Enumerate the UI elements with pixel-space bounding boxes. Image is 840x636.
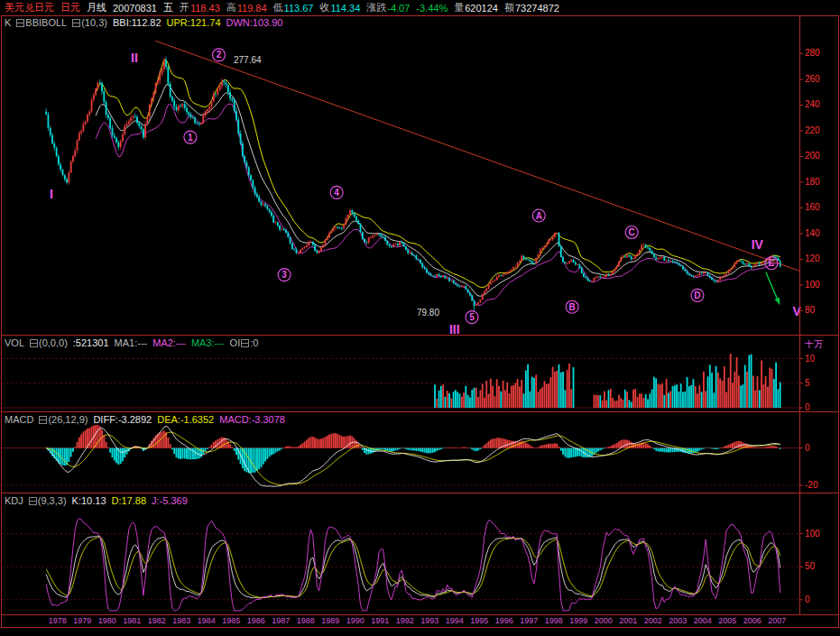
svg-text:100: 100 [805, 280, 820, 290]
svg-text:2: 2 [217, 50, 222, 60]
svg-text:1992: 1992 [396, 616, 414, 625]
svg-text:1999: 1999 [569, 616, 587, 625]
svg-text:1979: 1979 [73, 616, 91, 625]
k-chart-label: K [5, 17, 11, 28]
change-pct-value: -3.44% [416, 3, 448, 14]
svg-text:3: 3 [282, 270, 287, 280]
svg-text:200: 200 [805, 151, 820, 161]
indicator-params: (10,3) [81, 17, 107, 28]
macd-dropdown-icon[interactable] [39, 416, 47, 424]
main-indicator-bar: K BBIBOLL (10,3) BBI:112.82 UPR:121.74 D… [5, 17, 283, 28]
period-label[interactable]: 月线 [87, 1, 106, 14]
svg-text:2002: 2002 [644, 616, 662, 625]
svg-text:1997: 1997 [520, 616, 538, 625]
svg-text:1987: 1987 [272, 616, 290, 625]
volume-chart-layer[interactable] [434, 354, 781, 408]
svg-text:II: II [131, 51, 138, 65]
svg-text:120: 120 [805, 253, 820, 263]
open-label: 开 [180, 1, 189, 14]
svg-text:1995: 1995 [470, 616, 488, 625]
kdj-indicator-bar: KDJ (9,3,3) K:10.13 D:17.88 J:-5.369 [5, 495, 188, 506]
svg-text:2006: 2006 [743, 616, 762, 625]
gridlines [2, 359, 799, 600]
close-label: 收 [319, 1, 329, 14]
svg-text:1978: 1978 [49, 616, 67, 625]
svg-text:1985: 1985 [222, 616, 240, 625]
svg-text:0: 0 [805, 402, 810, 412]
vol-ma1: MA1:--- [115, 337, 148, 348]
svg-text:5: 5 [805, 378, 810, 388]
diff-readout: DIFF:-3.2892 [93, 414, 152, 425]
symbol-name: 美元兑日元 [5, 1, 54, 14]
svg-text:79.80: 79.80 [417, 308, 439, 318]
vol-name[interactable]: VOL [5, 337, 24, 348]
svg-text:240: 240 [805, 99, 820, 109]
svg-text:1: 1 [188, 133, 193, 143]
indicator-params-dropdown-icon[interactable] [72, 19, 80, 27]
svg-text:100: 100 [805, 529, 820, 539]
volume-unit-label: 十万 [805, 338, 823, 351]
symbol-currency: 日元 [60, 1, 80, 14]
chart-canvas[interactable]: III12277.643479.80III5ABCDIVEV2802602402… [0, 0, 840, 636]
quote-header: 美元兑日元 日元 月线 20070831 五 开118.43 高119.84 低… [0, 0, 840, 15]
svg-text:1986: 1986 [247, 616, 265, 625]
svg-text:A: A [536, 211, 542, 221]
svg-text:10: 10 [805, 354, 816, 364]
k-readout: K:10.13 [72, 495, 106, 506]
wave-annotations: III12277.643479.80III5ABCDIVEV [50, 41, 802, 336]
open-value: 118.43 [190, 3, 220, 14]
app-window: 美元兑日元 日元 月线 20070831 五 开118.43 高119.84 低… [0, 0, 840, 636]
svg-text:220: 220 [805, 125, 820, 135]
svg-text:2005: 2005 [718, 616, 736, 625]
svg-text:277.64: 277.64 [234, 55, 262, 65]
macd-chart-layer[interactable] [45, 425, 780, 486]
svg-text:1994: 1994 [446, 616, 464, 625]
svg-text:1983: 1983 [172, 616, 190, 625]
quote-weekday: 五 [163, 1, 173, 14]
svg-text:IV: IV [752, 237, 764, 252]
macd-name[interactable]: MACD [5, 414, 33, 425]
macd-params: (26,12,9) [48, 414, 88, 425]
svg-text:III: III [449, 322, 460, 336]
panel-borders [2, 16, 839, 628]
vol-dropdown-icon[interactable] [30, 339, 38, 347]
kdj-chart-layer[interactable] [46, 519, 780, 611]
svg-text:2000: 2000 [595, 616, 613, 625]
oi-dropdown-icon[interactable] [241, 339, 249, 347]
oi-value: :0 [250, 337, 258, 348]
price-chart-layer[interactable] [45, 57, 780, 311]
svg-text:2003: 2003 [669, 616, 687, 625]
d-readout: D:17.88 [112, 495, 147, 506]
svg-text:2007: 2007 [768, 616, 786, 625]
oi-label: OI [230, 337, 241, 348]
high-label: 高 [226, 1, 236, 14]
svg-text:5: 5 [469, 312, 475, 322]
kdj-dropdown-icon[interactable] [29, 497, 37, 505]
indicator-dropdown-icon[interactable] [16, 19, 24, 27]
svg-text:-20: -20 [805, 480, 818, 490]
svg-text:1993: 1993 [420, 616, 438, 625]
svg-text:B: B [568, 302, 575, 312]
svg-text:1989: 1989 [321, 616, 339, 625]
svg-text:0: 0 [805, 443, 810, 453]
svg-text:160: 160 [805, 202, 820, 212]
svg-text:E: E [769, 258, 775, 268]
svg-text:140: 140 [805, 228, 820, 238]
svg-text:1984: 1984 [198, 616, 216, 625]
svg-text:1980: 1980 [98, 616, 116, 625]
dwn-readout: DWN:103.90 [226, 17, 283, 28]
vol-readout: :521301 [73, 337, 109, 348]
high-value: 119.84 [237, 3, 267, 14]
amount-label: 额 [504, 1, 514, 14]
volume-indicator-bar: VOL (0,0,0) :521301 MA1:--- MA2:--- MA3:… [5, 337, 258, 348]
svg-text:1981: 1981 [123, 616, 141, 625]
macd-indicator-bar: MACD (26,12,9) DIFF:-3.2892 DEA:-1.6352 … [5, 414, 285, 425]
svg-text:50: 50 [805, 561, 816, 571]
svg-text:I: I [50, 187, 53, 201]
svg-text:1990: 1990 [346, 616, 365, 625]
low-value: 113.67 [284, 3, 314, 14]
svg-text:1982: 1982 [148, 616, 166, 625]
kdj-name[interactable]: KDJ [5, 495, 23, 506]
indicator-name[interactable]: BBIBOLL [25, 17, 67, 28]
svg-text:1998: 1998 [545, 616, 563, 625]
